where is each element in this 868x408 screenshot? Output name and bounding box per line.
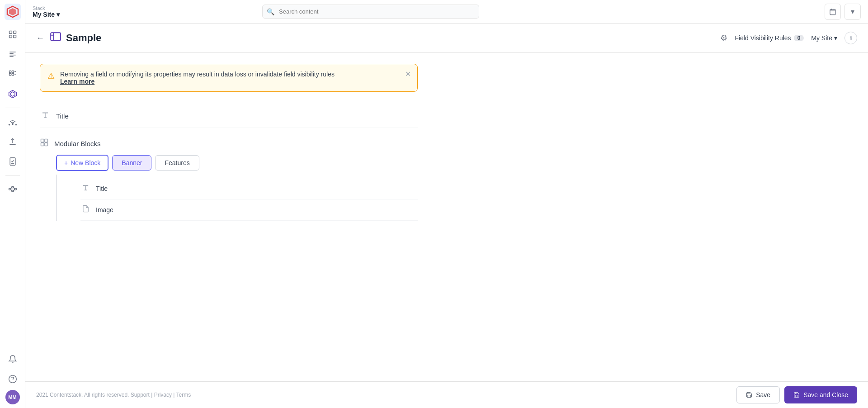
dropdown-icon-btn[interactable]: ▾ <box>844 4 861 20</box>
svg-point-21 <box>15 124 16 125</box>
app-logo[interactable] <box>5 4 21 20</box>
save-label: Save <box>756 391 770 399</box>
stack-label: Stack <box>33 5 87 11</box>
save-close-button[interactable]: Save and Close <box>784 386 857 403</box>
banner-image-label: Image <box>96 206 113 213</box>
copyright-text: 2021 Contentstack. All rights reserved. <box>36 392 129 398</box>
svg-rect-25 <box>9 188 10 190</box>
sidebar-divider-1 <box>5 108 20 108</box>
svg-line-29 <box>10 187 11 189</box>
title-field-label: Title <box>56 112 69 120</box>
svg-line-32 <box>14 189 14 191</box>
user-avatar[interactable]: MM <box>5 390 20 404</box>
plus-icon: + <box>64 159 68 166</box>
svg-rect-45 <box>41 139 44 142</box>
site-name: My Site <box>811 34 832 42</box>
site-chevron-icon: ▾ <box>834 34 837 42</box>
sidebar-item-connectivity[interactable] <box>4 113 22 131</box>
settings-gear-icon[interactable]: ⚙ <box>720 33 727 43</box>
modular-blocks-header: Modular Blocks <box>40 132 418 155</box>
sidebar-item-workflows[interactable] <box>4 180 22 198</box>
sidebar-item-content[interactable] <box>4 45 22 63</box>
content-area: ← Sample ⚙ Field Visibility Rules 0 <box>25 24 868 408</box>
sidebar-item-deploy[interactable] <box>4 133 22 151</box>
sidebar-item-notifications[interactable] <box>4 350 22 368</box>
text-field-icon <box>40 111 51 121</box>
chevron-down-icon: ▾ <box>57 11 60 18</box>
banner-title-label: Title <box>96 185 108 192</box>
banner-title-icon <box>80 184 90 194</box>
title-wrap: Sample <box>50 31 101 45</box>
back-button[interactable]: ← <box>36 33 44 43</box>
topbar-site-name: My Site <box>33 11 55 18</box>
new-block-label: New Block <box>71 159 100 166</box>
features-tab-label: Features <box>165 159 189 166</box>
svg-rect-4 <box>13 31 16 34</box>
svg-rect-46 <box>45 139 48 142</box>
search-bar: 🔍 <box>262 5 479 19</box>
footer-link-support[interactable]: Support <box>131 392 150 398</box>
warning-message: Removing a field or modifying its proper… <box>60 71 335 78</box>
modular-blocks-section: Modular Blocks + New Block Banner Featur… <box>40 132 418 221</box>
warning-banner: ⚠ Removing a field or modifying its prop… <box>40 64 418 92</box>
info-button[interactable]: ℹ <box>844 32 857 44</box>
search-input[interactable] <box>262 5 479 19</box>
top-bar: Stack My Site ▾ 🔍 ▾ <box>25 0 868 24</box>
modular-blocks-icon <box>40 138 49 149</box>
svg-rect-48 <box>45 143 48 146</box>
modular-blocks-label: Modular Blocks <box>54 140 101 147</box>
footer-actions: Save Save and Close <box>736 386 857 403</box>
footer: 2021 Contentstack. All rights reserved. … <box>25 381 868 408</box>
svg-rect-39 <box>51 33 61 40</box>
footer-link-terms[interactable]: Terms <box>176 392 191 398</box>
topbar-right: ▾ <box>825 4 861 20</box>
search-icon: 🔍 <box>267 8 274 15</box>
title-field-row: Title <box>40 104 418 128</box>
content-type-icon <box>50 31 61 45</box>
site-selector[interactable]: My Site ▾ <box>811 34 837 42</box>
sidebar-item-stack[interactable] <box>4 85 22 103</box>
page-title: Sample <box>66 32 101 44</box>
field-visibility-section[interactable]: Field Visibility Rules 0 <box>735 34 804 42</box>
stack-info: Stack My Site ▾ <box>33 5 87 18</box>
sidebar-item-help[interactable] <box>4 370 22 388</box>
save-button[interactable]: Save <box>736 386 780 403</box>
svg-rect-27 <box>11 190 13 192</box>
svg-rect-47 <box>41 143 44 146</box>
sidebar-item-dashboard[interactable] <box>4 25 22 43</box>
svg-rect-13 <box>9 73 11 75</box>
svg-rect-14 <box>12 73 14 75</box>
new-block-button[interactable]: + New Block <box>56 155 108 171</box>
banner-title-row: Title <box>80 178 418 199</box>
svg-rect-28 <box>14 188 16 190</box>
sidebar-divider-2 <box>5 175 20 176</box>
block-content: Title Image <box>56 175 418 221</box>
banner-image-icon <box>80 205 90 215</box>
banner-image-row: Image <box>80 199 418 221</box>
left-sidebar: MM <box>0 0 25 408</box>
learn-more-link[interactable]: Learn more <box>60 78 94 85</box>
field-visibility-label: Field Visibility Rules <box>735 34 791 42</box>
warning-text: Removing a field or modifying its proper… <box>60 71 335 85</box>
content-header: ← Sample ⚙ Field Visibility Rules 0 <box>25 24 868 53</box>
site-selector-topbar[interactable]: My Site ▾ <box>33 11 87 18</box>
svg-rect-26 <box>11 186 13 188</box>
svg-rect-12 <box>12 71 14 73</box>
content-header-actions: ⚙ Field Visibility Rules 0 My Site ▾ ℹ <box>720 32 857 44</box>
footer-copyright: 2021 Contentstack. All rights reserved. … <box>36 392 191 398</box>
calendar-icon-btn[interactable] <box>825 4 841 20</box>
svg-line-31 <box>14 187 14 189</box>
banner-tab-label: Banner <box>122 159 142 166</box>
field-visibility-count: 0 <box>794 35 804 41</box>
warning-close-button[interactable]: ✕ <box>405 70 411 78</box>
warning-icon: ⚠ <box>47 71 55 81</box>
svg-rect-11 <box>9 71 11 73</box>
sidebar-item-structure[interactable] <box>4 65 22 83</box>
save-close-label: Save and Close <box>803 391 848 399</box>
block-tab-banner[interactable]: Banner <box>112 155 151 171</box>
svg-marker-18 <box>10 92 15 96</box>
sidebar-item-tasks[interactable] <box>4 152 22 171</box>
svg-rect-6 <box>13 35 16 38</box>
block-tab-features[interactable]: Features <box>155 155 199 171</box>
footer-link-privacy[interactable]: Privacy <box>154 392 172 398</box>
